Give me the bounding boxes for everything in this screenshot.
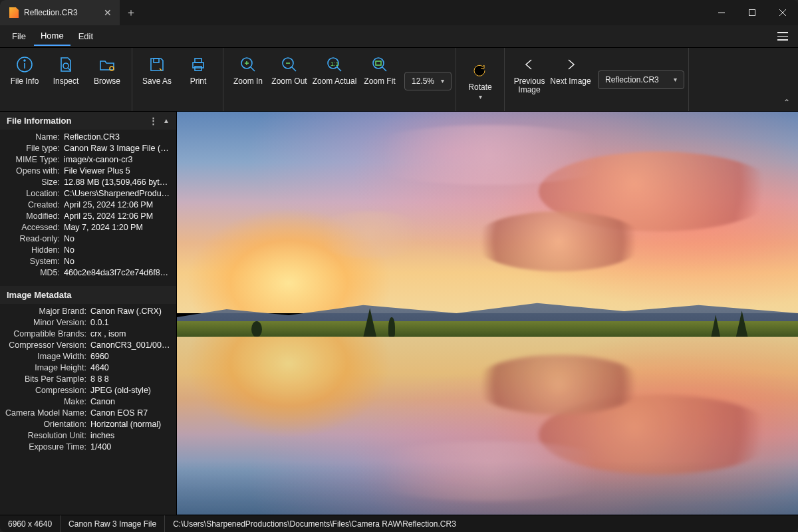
chevron-right-icon <box>561 55 581 74</box>
panel-menu-icon[interactable]: ⋮ <box>149 116 159 126</box>
svg-point-24 <box>373 58 384 68</box>
rotate-icon <box>471 62 489 81</box>
zoom-actual-button[interactable]: 1:1 Zoom Actual <box>310 53 359 86</box>
chevron-down-icon: ▾ <box>674 76 677 83</box>
inspect-icon <box>56 55 76 74</box>
collapse-panel-icon[interactable]: ▲ <box>163 117 170 124</box>
statusbar: 6960 x 4640 Canon Raw 3 Image File C:\Us… <box>0 515 798 532</box>
svg-rect-12 <box>195 59 201 63</box>
collapse-ribbon-button[interactable]: ⌃ <box>775 48 798 111</box>
folder-icon <box>97 55 117 74</box>
main-area: File Information ⋮ ▲ Name:Reflection.CR3… <box>0 112 798 515</box>
status-path: C:\Users\SharpenedProductions\Documents\… <box>165 515 464 532</box>
svg-line-22 <box>337 67 341 71</box>
chevron-down-icon: ▾ <box>441 77 444 84</box>
svg-rect-1 <box>749 10 755 16</box>
zoom-fit-button[interactable]: Zoom Fit <box>359 53 400 86</box>
status-dimensions: 6960 x 4640 <box>0 515 61 532</box>
print-icon <box>188 55 208 74</box>
image-preview <box>177 112 798 515</box>
menubar: File Home Edit <box>0 25 798 48</box>
close-window-button[interactable] <box>767 0 798 25</box>
svg-line-19 <box>292 67 296 71</box>
chevron-down-icon: ▾ <box>479 93 482 100</box>
status-filetype: Canon Raw 3 Image File <box>61 515 165 532</box>
svg-rect-26 <box>376 61 381 65</box>
metadata-panel-header: Image Metadata <box>0 286 176 304</box>
rotate-button[interactable]: Rotate ▾ <box>460 62 500 100</box>
svg-text:1:1: 1:1 <box>331 61 339 67</box>
titlebar: Reflection.CR3 ✕ ＋ <box>0 0 798 25</box>
ribbon: File Info Inspect Browse Save As Print Z… <box>0 48 798 112</box>
zoom-actual-icon: 1:1 <box>325 55 344 74</box>
save-as-button[interactable]: Save As <box>136 53 178 86</box>
window-controls <box>706 0 798 25</box>
document-tab[interactable]: Reflection.CR3 ✕ <box>0 0 120 25</box>
maximize-button[interactable] <box>737 0 767 25</box>
chevron-left-icon <box>519 55 539 74</box>
document-icon <box>9 7 19 18</box>
minimize-button[interactable] <box>706 0 737 25</box>
print-button[interactable]: Print <box>178 53 219 86</box>
zoom-out-icon <box>279 55 299 74</box>
menu-file[interactable]: File <box>5 27 33 45</box>
save-icon <box>147 55 167 74</box>
zoom-out-button[interactable]: Zoom Out <box>269 53 310 86</box>
metadata-list: Major Brand:Canon Raw (.CRX) Minor Versi… <box>0 304 176 456</box>
info-icon <box>15 55 35 74</box>
sidebar: File Information ⋮ ▲ Name:Reflection.CR3… <box>0 112 177 515</box>
svg-point-7 <box>63 63 68 68</box>
svg-rect-10 <box>154 59 159 63</box>
menu-home[interactable]: Home <box>34 27 70 46</box>
svg-line-25 <box>382 67 386 71</box>
next-image-button[interactable]: Next Image <box>550 53 591 86</box>
zoom-select[interactable]: 12.5%▾ <box>404 72 452 90</box>
svg-line-15 <box>251 67 255 71</box>
new-tab-button[interactable]: ＋ <box>120 0 142 25</box>
previous-image-button[interactable]: Previous Image <box>509 53 550 94</box>
file-select[interactable]: Reflection.CR3▾ <box>598 70 684 89</box>
zoom-in-button[interactable]: Zoom In <box>227 53 269 86</box>
zoom-fit-icon <box>370 55 390 74</box>
svg-point-6 <box>24 60 25 61</box>
tab-title: Reflection.CR3 <box>24 8 78 17</box>
file-info-list: Name:Reflection.CR3 File type:Canon Raw … <box>0 130 176 282</box>
svg-rect-13 <box>195 66 201 70</box>
image-viewer[interactable] <box>177 112 798 515</box>
hamburger-icon[interactable] <box>773 27 793 47</box>
close-tab-icon[interactable]: ✕ <box>104 7 112 18</box>
menu-edit[interactable]: Edit <box>72 27 100 45</box>
inspect-button[interactable]: Inspect <box>45 53 86 86</box>
file-info-button[interactable]: File Info <box>4 53 45 86</box>
file-info-panel-header: File Information ⋮ ▲ <box>0 112 176 130</box>
zoom-in-icon <box>238 55 258 74</box>
browse-button[interactable]: Browse <box>86 53 128 86</box>
